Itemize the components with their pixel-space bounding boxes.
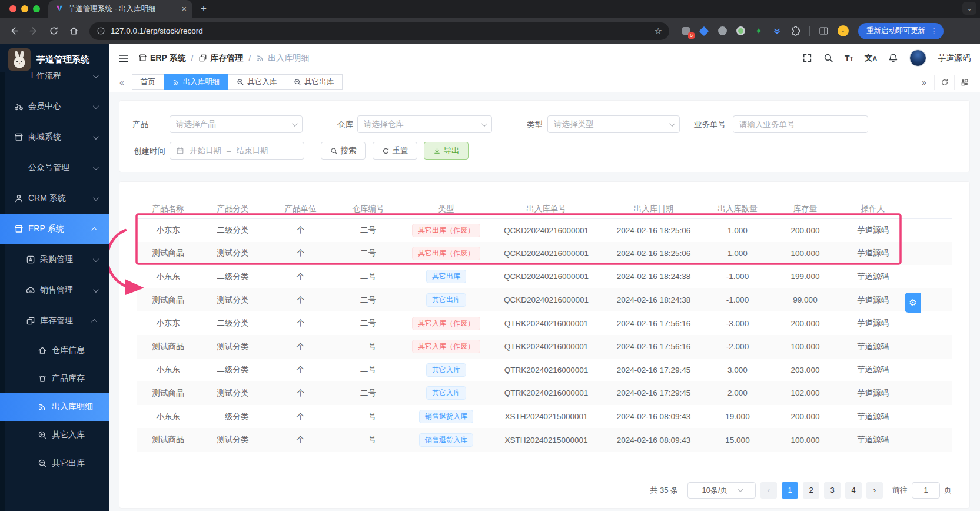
side-panel-icon[interactable] (815, 22, 832, 40)
sidebar-item-sales[interactable]: 销售管理 (0, 275, 109, 306)
sidebar-item-other-in[interactable]: 其它入库 (0, 421, 109, 449)
tags-scroll-left-icon[interactable]: « (115, 78, 129, 87)
table-cell: 二号 (334, 265, 402, 288)
sidebar-item-stock-record[interactable]: 出入库明细 (0, 393, 109, 421)
site-info-icon[interactable] (97, 26, 105, 35)
table-row[interactable]: 小东东二级分类个二号其它入库QTRK202402160000012024-02-… (137, 359, 952, 382)
sidebar-item-member-center[interactable]: 会员中心 (0, 91, 109, 122)
table-row[interactable]: 小东东二级分类个二号销售退货入库XSTH202402150000012024-0… (137, 405, 952, 429)
search-button[interactable]: 搜索 (321, 142, 366, 160)
home-button[interactable] (65, 22, 82, 40)
extension-star-icon[interactable]: ✦ (753, 25, 765, 37)
window-minimize-button[interactable] (21, 5, 28, 12)
column-header: 产品分类 (199, 200, 267, 218)
tab-other-in[interactable]: 其它入库 (228, 74, 285, 90)
extensions-puzzle-icon[interactable] (789, 25, 801, 37)
sidebar-item-product-stock[interactable]: 产品库存 (0, 364, 109, 393)
page-button-3[interactable]: 3 (824, 482, 841, 499)
breadcrumb-item[interactable]: 库存管理 (198, 53, 243, 64)
warehouse-select[interactable]: 请选择仓库 (357, 115, 492, 133)
sidebar-item-mall-system[interactable]: 商城系统 (0, 122, 109, 152)
window-close-button[interactable] (9, 5, 16, 12)
goto-page-input[interactable] (912, 482, 940, 499)
forward-button[interactable] (25, 22, 42, 40)
search-icon[interactable] (823, 53, 833, 63)
sidebar-item-workflow[interactable]: 工作流程 (0, 72, 109, 91)
page-button-2[interactable]: 2 (803, 482, 819, 499)
table-cell: 2024-02-16 17:56:16 (602, 335, 705, 359)
table-card: 产品名称产品分类产品单位仓库编号类型出入库单号出入库日期出入库数量库存量操作人 … (119, 181, 970, 509)
next-page-button[interactable]: › (866, 482, 883, 499)
table-row[interactable]: 测试商品测试分类个二号其它入库QTRK202402160000012024-02… (137, 381, 952, 405)
sidebar-item-warehouse-info[interactable]: 仓库信息 (0, 336, 109, 364)
sidebar-logo-row: 芋道管理系统 (0, 44, 109, 72)
browser-tab[interactable]: 芋道管理系统 - 出入库明细 × (48, 0, 192, 18)
tab-home[interactable]: 首页 (132, 74, 164, 90)
sidebar-item-mp-admin[interactable]: 公众号管理 (0, 152, 109, 183)
tab-close-icon[interactable]: × (182, 4, 187, 14)
table-row[interactable]: 小东东二级分类个二号其它出库（作废）QCKD202402160000012024… (137, 218, 952, 242)
tab-other-out[interactable]: 其它出库 (285, 74, 343, 90)
new-tab-button[interactable]: + (201, 3, 207, 15)
tags-scroll-right-icon[interactable]: » (914, 75, 934, 90)
collapse-menu-icon[interactable] (116, 51, 131, 66)
page-button-4[interactable]: 4 (845, 482, 862, 499)
back-button[interactable] (5, 22, 22, 40)
address-bar[interactable]: 127.0.0.1/erp/stock/record ☆ (89, 22, 669, 40)
extension-circle-icon[interactable] (716, 25, 728, 37)
sidebar-item-erp-system[interactable]: ERP 系统 (0, 214, 109, 244)
tab-search-chevron[interactable]: ⌄ (962, 2, 976, 15)
url-text[interactable]: 127.0.0.1/erp/stock/record (111, 26, 649, 35)
end-date-placeholder[interactable]: 结束日期 (237, 145, 298, 156)
sidebar-item-other-out[interactable]: 其它出库 (0, 449, 109, 477)
table-cell: 100.000 (770, 428, 841, 452)
reload-button[interactable] (45, 22, 62, 40)
page-size-select[interactable]: 10条/页 (687, 482, 756, 499)
window-controls (9, 5, 40, 12)
type-cell: 销售退货入库 (402, 428, 490, 452)
sidebar-item-crm-system[interactable]: CRM 系统 (0, 183, 109, 214)
user-avatar[interactable] (909, 49, 926, 67)
reset-button[interactable]: 重置 (373, 142, 417, 160)
notification-bell-icon[interactable] (888, 53, 898, 63)
start-date-placeholder[interactable]: 开始日期 (190, 145, 221, 156)
fullscreen-icon[interactable] (802, 53, 812, 63)
theme-settings-gear-button[interactable]: ⚙ (905, 293, 921, 313)
breadcrumb-item[interactable]: 出入库明细 (256, 53, 309, 64)
table-cell: 3.000 (705, 359, 770, 382)
sidebar-item-stock[interactable]: 库存管理 (0, 306, 109, 336)
bizno-input[interactable] (739, 120, 862, 129)
sidebar-item-purchase[interactable]: 采购管理 (0, 244, 109, 275)
profile-avatar-icon[interactable]: ᵕ̈ (837, 25, 849, 37)
table-row[interactable]: 测试商品测试分类个二号其它出库QCKD202402160000012024-02… (137, 288, 952, 312)
table-row[interactable]: 测试商品测试分类个二号销售退货入库XSTH202402150000012024-… (137, 428, 952, 452)
column-header: 产品名称 (137, 200, 199, 218)
bizno-input-box[interactable] (733, 115, 868, 133)
font-size-icon[interactable]: TT (845, 54, 853, 63)
extension-chevrons-icon[interactable] (771, 25, 783, 37)
browser-update-button[interactable]: 重新启动即可更新 ⋮ (858, 23, 944, 39)
table-cell: -3.000 (705, 311, 770, 335)
table-row[interactable]: 小东东二级分类个二号其它出库QCKD202402160000012024-02-… (137, 265, 952, 288)
browser-menu-kebab-icon[interactable]: ⋮ (930, 26, 938, 35)
tags-layout-grid-icon[interactable] (954, 75, 974, 90)
prev-page-button[interactable]: ‹ (760, 482, 777, 499)
date-range-picker[interactable]: 开始日期 – 结束日期 (170, 142, 304, 160)
table-cell: 19.000 (705, 405, 770, 429)
window-zoom-button[interactable] (33, 5, 40, 12)
bookmark-star-icon[interactable]: ☆ (655, 26, 662, 36)
export-button[interactable]: 导出 (424, 142, 469, 160)
table-cell: 芋道源码 (841, 405, 905, 429)
extension-badged-icon[interactable]: 6 (680, 25, 692, 37)
extension-gem-icon[interactable] (698, 25, 710, 37)
tags-refresh-icon[interactable] (934, 75, 954, 90)
table-row[interactable]: 测试商品测试分类个二号其它入库（作废）QTRK20240216000001202… (137, 335, 952, 359)
extension-green-dot-icon[interactable] (735, 25, 746, 37)
breadcrumb-item[interactable]: ERP 系统 (138, 53, 185, 64)
table-row[interactable]: 小东东二级分类个二号其它入库（作废）QTRK202402160000012024… (137, 311, 952, 335)
tab-stock-record[interactable]: 出入库明细 (164, 74, 229, 90)
table-row[interactable]: 测试商品测试分类个二号其它出库（作废）QCKD20240216000001202… (137, 242, 952, 266)
page-button-1[interactable]: 1 (782, 482, 798, 499)
product-select[interactable]: 请选择产品 (170, 115, 303, 133)
translate-icon[interactable]: 文A (865, 53, 877, 64)
